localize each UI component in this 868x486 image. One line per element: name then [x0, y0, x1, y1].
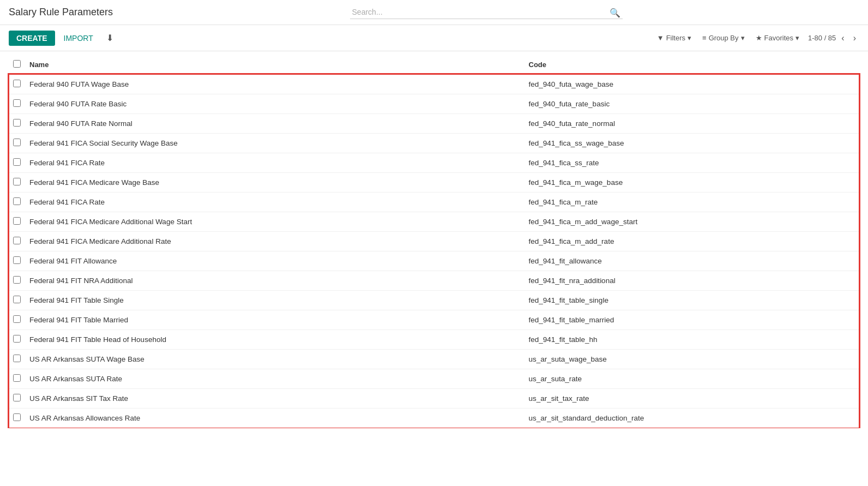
header-checkbox-cell — [9, 56, 25, 74]
table-row[interactable]: US AR Arkansas SIT Tax Rateus_ar_sit_tax… — [9, 389, 859, 409]
col-header-code: Code — [525, 56, 859, 74]
table-row[interactable]: Federal 940 FUTA Rate Normalfed_940_futa… — [9, 114, 859, 134]
row-name: Federal 941 FIT Table Married — [25, 310, 525, 330]
table-row[interactable]: Federal 941 FIT Table Marriedfed_941_fit… — [9, 310, 859, 330]
table-row[interactable]: US AR Arkansas SUTA Wage Baseus_ar_suta_… — [9, 350, 859, 369]
row-checkbox-cell — [9, 251, 25, 271]
row-checkbox[interactable] — [13, 315, 21, 323]
table-header: Name Code — [9, 56, 859, 74]
row-checkbox[interactable] — [13, 335, 21, 343]
search-area: 🔍 — [124, 5, 848, 19]
row-name: US AR Arkansas SUTA Rate — [25, 369, 525, 389]
row-checkbox[interactable] — [13, 178, 21, 185]
row-checkbox-cell — [9, 94, 25, 114]
table-row[interactable]: Federal 941 FICA Medicare Wage Basefed_9… — [9, 173, 859, 193]
filters-label: Filters — [666, 34, 685, 42]
row-checkbox-cell — [9, 350, 25, 369]
col-header-name: Name — [25, 56, 525, 74]
star-icon: ★ — [756, 34, 762, 42]
row-checkbox-cell — [9, 291, 25, 310]
row-code: us_ar_sit_standard_deduction_rate — [525, 409, 859, 428]
pagination-area: 1-80 / 85 ‹ › — [808, 32, 859, 44]
row-code: fed_941_fica_m_add_rate — [525, 232, 859, 251]
page-title: Salary Rule Parameters — [9, 7, 113, 18]
row-code: fed_941_fit_table_single — [525, 291, 859, 310]
row-checkbox-cell — [9, 153, 25, 173]
row-name: US AR Arkansas SUTA Wage Base — [25, 350, 525, 369]
row-code: fed_941_fit_allowance — [525, 251, 859, 271]
row-checkbox[interactable] — [13, 158, 21, 166]
create-button[interactable]: CREATE — [9, 31, 55, 46]
row-name: Federal 940 FUTA Rate Normal — [25, 114, 525, 134]
row-code: fed_940_futa_rate_normal — [525, 114, 859, 134]
pagination-prev-button[interactable]: ‹ — [838, 32, 847, 44]
table-row[interactable]: US AR Arkansas SUTA Rateus_ar_suta_rate — [9, 369, 859, 389]
row-checkbox-cell — [9, 193, 25, 212]
row-checkbox[interactable] — [13, 374, 21, 382]
table-row[interactable]: Federal 941 FICA Medicare Additional Rat… — [9, 232, 859, 251]
table-row[interactable]: Federal 941 FIT Allowancefed_941_fit_all… — [9, 251, 859, 271]
table-row[interactable]: Federal 941 FIT Table Singlefed_941_fit_… — [9, 291, 859, 310]
filters-button[interactable]: ▼ Filters ▾ — [653, 31, 696, 45]
row-code: fed_941_fica_m_wage_base — [525, 173, 859, 193]
row-checkbox[interactable] — [13, 80, 21, 87]
table-row[interactable]: Federal 941 FIT Table Head of Householdf… — [9, 330, 859, 350]
table-row[interactable]: Federal 941 FIT NRA Additionalfed_941_fi… — [9, 271, 859, 291]
row-checkbox[interactable] — [13, 119, 21, 127]
row-checkbox-cell — [9, 369, 25, 389]
pagination-text: 1-80 / 85 — [808, 34, 836, 42]
search-input[interactable] — [350, 5, 623, 19]
pagination-next-button[interactable]: › — [850, 32, 859, 44]
row-checkbox[interactable] — [13, 413, 21, 421]
row-code: us_ar_suta_wage_base — [525, 350, 859, 369]
row-name: US AR Arkansas Allowances Rate — [25, 409, 525, 428]
row-checkbox[interactable] — [13, 217, 21, 225]
download-icon: ⬇ — [106, 33, 113, 43]
row-checkbox[interactable] — [13, 355, 21, 362]
table-row[interactable]: US AR Arkansas Allowances Rateus_ar_sit_… — [9, 409, 859, 428]
table-container: Name Code Federal 940 FUTA Wage Basefed_… — [0, 56, 868, 428]
row-checkbox[interactable] — [13, 296, 21, 303]
row-checkbox[interactable] — [13, 237, 21, 244]
row-code: fed_941_fit_nra_additional — [525, 271, 859, 291]
groupby-button[interactable]: ≡ Group By ▾ — [698, 31, 749, 45]
table-row[interactable]: Federal 940 FUTA Wage Basefed_940_futa_w… — [9, 74, 859, 94]
import-button[interactable]: IMPORT — [59, 31, 98, 46]
toolbar: CREATE IMPORT ⬇ ▼ Filters ▾ ≡ Group By ▾… — [0, 25, 868, 51]
row-code: fed_941_fica_ss_wage_base — [525, 134, 859, 153]
data-table: Name Code Federal 940 FUTA Wage Basefed_… — [9, 56, 859, 428]
row-checkbox[interactable] — [13, 139, 21, 146]
row-code: fed_941_fit_table_hh — [525, 330, 859, 350]
row-checkbox-cell — [9, 232, 25, 251]
row-checkbox[interactable] — [13, 99, 21, 107]
row-name: Federal 941 FICA Medicare Additional Rat… — [25, 232, 525, 251]
search-icon: 🔍 — [610, 8, 620, 17]
row-checkbox-cell — [9, 310, 25, 330]
table-row[interactable]: Federal 941 FICA Medicare Additional Wag… — [9, 212, 859, 232]
row-code: fed_940_futa_wage_base — [525, 74, 859, 94]
row-checkbox-cell — [9, 114, 25, 134]
row-checkbox[interactable] — [13, 256, 21, 264]
filters-chevron: ▾ — [688, 34, 691, 42]
row-code: fed_941_fit_table_married — [525, 310, 859, 330]
row-name: Federal 941 FICA Social Security Wage Ba… — [25, 134, 525, 153]
row-name: Federal 941 FIT Allowance — [25, 251, 525, 271]
row-name: Federal 941 FIT Table Head of Household — [25, 330, 525, 350]
table-row[interactable]: Federal 940 FUTA Rate Basicfed_940_futa_… — [9, 94, 859, 114]
table-row[interactable]: Federal 941 FICA Ratefed_941_fica_ss_rat… — [9, 153, 859, 173]
row-checkbox-cell — [9, 271, 25, 291]
table-row[interactable]: Federal 941 FICA Social Security Wage Ba… — [9, 134, 859, 153]
search-icon-button[interactable]: 🔍 — [610, 7, 620, 17]
header-checkbox[interactable] — [13, 60, 21, 68]
row-code: fed_941_fica_ss_rate — [525, 153, 859, 173]
row-checkbox[interactable] — [13, 276, 21, 284]
row-checkbox[interactable] — [13, 394, 21, 401]
table-body: Federal 940 FUTA Wage Basefed_940_futa_w… — [9, 74, 859, 428]
download-button[interactable]: ⬇ — [102, 29, 118, 46]
table-row[interactable]: Federal 941 FICA Ratefed_941_fica_m_rate — [9, 193, 859, 212]
favorites-button[interactable]: ★ Favorites ▾ — [751, 31, 804, 45]
row-checkbox-cell — [9, 409, 25, 428]
row-checkbox-cell — [9, 212, 25, 232]
row-checkbox[interactable] — [13, 197, 21, 205]
row-code: fed_941_fica_m_add_wage_start — [525, 212, 859, 232]
